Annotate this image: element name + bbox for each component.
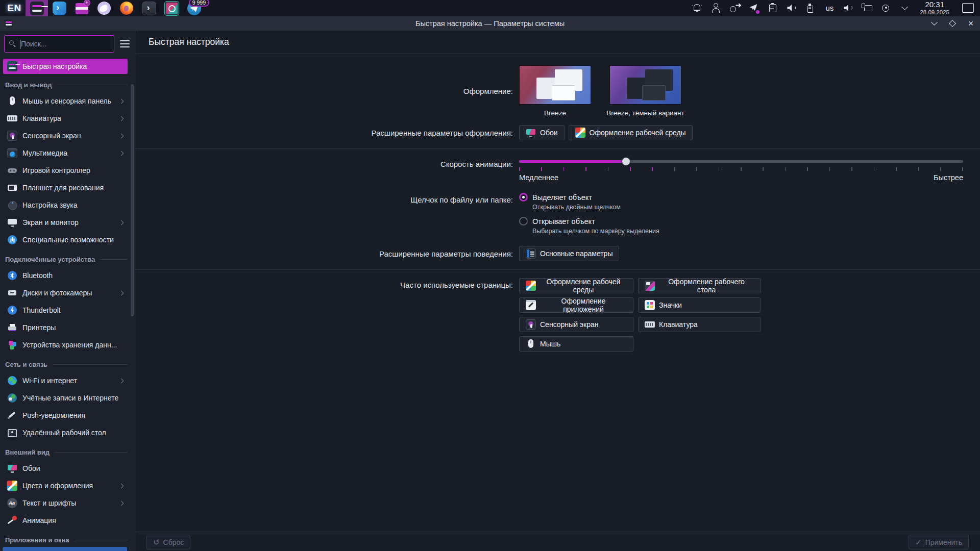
radio-selected-icon[interactable]	[519, 193, 528, 202]
mouse-button[interactable]: Мышь	[519, 336, 633, 352]
wifi-icon	[7, 375, 17, 386]
window-titlebar[interactable]: Быстрая настройка — Параметры системы ×	[0, 16, 980, 31]
app-style-button[interactable]: Оформление приложений	[519, 297, 633, 313]
radio-option-title: Выделяет объект	[532, 193, 592, 202]
sidebar-item[interactable]: Специальные возможности	[3, 231, 128, 248]
taskbar-app-terminal[interactable]	[138, 0, 160, 16]
sidebar-partial-item[interactable]	[3, 547, 127, 551]
sidebar-scrollbar[interactable]	[131, 84, 134, 316]
button-label: Оформление приложений	[540, 297, 627, 313]
sidebar-item[interactable]: Удалённый рабочий стол	[3, 424, 128, 441]
notifications-icon[interactable]	[691, 2, 703, 14]
slider-tick	[829, 167, 830, 171]
taskbar-app-discover[interactable]	[48, 0, 70, 16]
sidebar-item[interactable]: Анимация	[3, 512, 128, 529]
radio-option[interactable]: Выделяет объектОткрывать двойным щелчком	[519, 193, 980, 211]
maximize-button[interactable]	[948, 19, 957, 28]
taskbar-app-system-settings[interactable]	[26, 0, 48, 16]
frequent-pages-row: Часто используемые страницы: Оформление …	[135, 278, 980, 352]
sidebar-item[interactable]: Настройка звука	[3, 196, 128, 214]
sidebar-item[interactable]: Wi-Fi и интернет	[3, 372, 128, 389]
icons-button[interactable]: Значки	[638, 297, 761, 313]
chevron-right-icon	[119, 290, 124, 295]
telegram-tray-icon[interactable]	[748, 2, 760, 14]
keyboard-layout-tray-icon[interactable]: us	[823, 2, 836, 14]
sidebar-item[interactable]: Планшет для рисования	[3, 179, 128, 196]
sidebar-item-label: Thunderbolt	[22, 306, 125, 314]
animation-speed-slider[interactable]: Медленнее Быстрее	[519, 157, 963, 182]
keyboard-button[interactable]: Клавиатура	[638, 317, 761, 332]
sidebar-item[interactable]: Цвета и оформления	[3, 477, 128, 494]
sidebar-item[interactable]: Мышь и сенсорная панель	[3, 92, 128, 110]
clipboard-icon[interactable]	[767, 2, 779, 14]
sidebar-item[interactable]: Обои	[3, 460, 128, 477]
removable-device-icon[interactable]	[804, 2, 817, 14]
touchscreen-button[interactable]: Сенсорный экран	[519, 317, 633, 332]
sidebar-item[interactable]: Bluetooth	[3, 267, 128, 284]
media-volume-icon[interactable]	[842, 2, 854, 14]
sidebar-item[interactable]: Клавиатура	[3, 110, 128, 127]
sidebar-item[interactable]: Экран и монитор	[3, 214, 128, 231]
theme-preview-dark[interactable]	[609, 65, 681, 105]
button-label: Оформление рабочей среды	[590, 129, 686, 137]
sidebar-item[interactable]: Текст и шрифты	[3, 494, 128, 512]
expand-tray-icon[interactable]	[899, 2, 911, 14]
menu-button[interactable]	[118, 38, 131, 50]
clock[interactable]: 20:31 28.09.2025	[920, 1, 949, 15]
settings-tile-button[interactable]: Основные параметры	[519, 246, 619, 261]
sidebar-item-label: Анимация	[22, 516, 125, 524]
search-icon	[9, 40, 14, 45]
sidebar-item[interactable]: Принтеры	[3, 319, 128, 336]
sidebar-item[interactable]: Thunderbolt	[3, 302, 128, 319]
slider-tick	[652, 167, 653, 171]
sidebar-item-label: Принтеры	[22, 323, 125, 332]
sidebar-item[interactable]: Устройства хранения данн...	[3, 336, 128, 354]
taskbar-app-screen-recorder[interactable]	[160, 0, 183, 16]
taskbar-app-thunderbird[interactable]	[93, 0, 115, 16]
minimize-button[interactable]	[930, 19, 938, 28]
online-accounts-icon	[7, 393, 17, 403]
thunderbolt-icon	[7, 305, 17, 315]
button-label: Значки	[659, 301, 682, 309]
slider-tick	[851, 167, 852, 171]
user-switcher-icon[interactable]	[710, 2, 722, 14]
screen-layout-icon[interactable]	[861, 2, 873, 14]
sidebar-item[interactable]: Игровой контроллер	[3, 162, 128, 179]
wallpaper-button[interactable]: Обои	[519, 125, 565, 140]
reset-button[interactable]: ↺ Сброс	[146, 535, 190, 549]
close-button[interactable]: ×	[967, 19, 975, 28]
apply-button[interactable]: ✓ Применить	[909, 535, 969, 549]
sidebar-item-selected[interactable]: Быстрая настройка	[3, 59, 128, 74]
sidebar-item[interactable]: Диски и фотокамеры	[3, 284, 128, 302]
search-box[interactable]	[4, 35, 114, 53]
colors-button[interactable]: Оформление рабочей среды	[519, 278, 633, 293]
radio-option[interactable]: Открывает объектВыбирать щелчком по марк…	[519, 217, 980, 235]
theme-preview-light[interactable]	[519, 65, 591, 105]
theme-option[interactable]: Breeze	[519, 65, 591, 117]
network-share-icon[interactable]	[729, 2, 741, 14]
sidebar-item[interactable]: Мультимедиа	[3, 144, 128, 162]
taskbar-app-file-manager[interactable]	[70, 0, 93, 16]
click-behavior-options: Выделяет объектОткрывать двойным щелчком…	[519, 193, 980, 241]
taskbar-app-telegram[interactable]: 9 999	[183, 0, 205, 16]
theme-option[interactable]: Breeze, тёмный вариант	[609, 65, 681, 117]
sidebar-item[interactable]: Push-уведомления	[3, 407, 128, 424]
main-content: Быстрая настройка Оформление: BreezeBree…	[135, 31, 980, 551]
settings-form: Оформление: BreezeBreeze, тёмный вариант…	[135, 54, 980, 352]
separator	[135, 148, 980, 149]
desktop-theme-button[interactable]: Оформление рабочего стола	[638, 278, 761, 293]
button-label: Оформление рабочего стола	[659, 278, 754, 294]
sidebar-item[interactable]: Сенсорный экран	[3, 127, 128, 144]
slider-handle[interactable]	[622, 157, 630, 166]
radio-unselected-icon[interactable]	[519, 217, 528, 226]
taskbar-app-keyboard-layout[interactable]: EN	[3, 0, 26, 16]
night-color-icon[interactable]	[880, 2, 892, 14]
audio-volume-icon[interactable]	[786, 2, 798, 14]
taskbar-app-firefox[interactable]	[115, 0, 138, 16]
colors-button[interactable]: Оформление рабочей среды	[569, 125, 693, 140]
mouse-icon	[7, 96, 17, 106]
section-header-label: Ввод и вывод	[5, 81, 52, 89]
search-input[interactable]	[5, 36, 114, 52]
show-desktop-button[interactable]	[962, 3, 974, 13]
sidebar-item[interactable]: Учётные записи в Интернете	[3, 389, 128, 407]
